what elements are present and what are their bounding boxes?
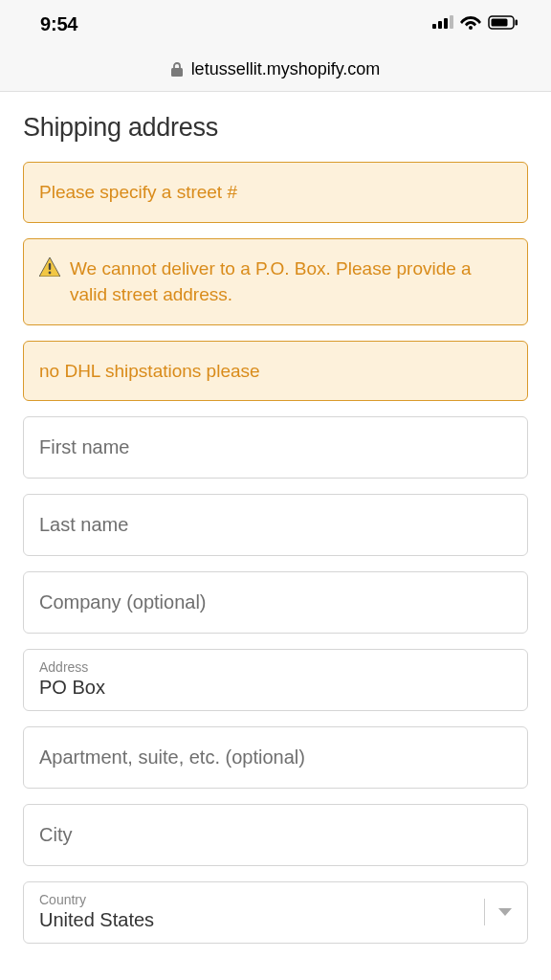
alert-text: no DHL shipstations please	[39, 361, 260, 381]
shipping-form: First name Last name Company (optional) …	[23, 416, 528, 944]
alert-dhl: no DHL shipstations please	[23, 341, 528, 402]
svg-rect-3	[450, 15, 453, 29]
country-select[interactable]: Country United States	[23, 881, 528, 944]
status-bar: 9:54	[0, 0, 551, 48]
input-placeholder: Company (optional)	[39, 591, 512, 613]
alert-text: We cannot deliver to a P.O. Box. Please …	[70, 256, 512, 308]
first-name-field[interactable]: First name	[23, 416, 528, 479]
browser-url: letussellit.myshopify.com	[191, 59, 381, 79]
company-field[interactable]: Company (optional)	[23, 571, 528, 634]
battery-icon	[488, 15, 518, 33]
warning-icon	[39, 257, 60, 284]
svg-rect-2	[444, 18, 448, 29]
input-value: United States	[39, 909, 484, 931]
status-time: 9:54	[40, 13, 77, 35]
input-placeholder: City	[39, 824, 512, 846]
svg-rect-0	[432, 24, 436, 29]
chevron-down-icon	[498, 908, 512, 916]
input-placeholder: Last name	[39, 514, 512, 536]
city-field[interactable]: City	[23, 804, 528, 866]
svg-rect-8	[171, 68, 183, 77]
status-icons	[432, 14, 518, 33]
address-field[interactable]: Address PO Box	[23, 649, 528, 711]
svg-rect-9	[49, 263, 51, 270]
input-placeholder: First name	[39, 436, 512, 458]
svg-rect-6	[492, 18, 508, 26]
alert-po-box: We cannot deliver to a P.O. Box. Please …	[23, 238, 528, 325]
svg-rect-1	[438, 21, 442, 29]
divider	[484, 899, 485, 925]
input-label: Address	[39, 659, 512, 675]
input-placeholder: Apartment, suite, etc. (optional)	[39, 746, 512, 768]
input-label: Country	[39, 892, 484, 907]
svg-point-4	[469, 26, 473, 30]
wifi-icon	[460, 14, 481, 33]
page-content: Shipping address Please specify a street…	[0, 92, 551, 944]
alert-street-number: Please specify a street #	[23, 162, 528, 223]
page-title: Shipping address	[23, 113, 528, 143]
svg-point-10	[49, 271, 52, 274]
browser-url-bar[interactable]: letussellit.myshopify.com	[0, 48, 551, 92]
svg-rect-7	[516, 19, 518, 25]
input-value: PO Box	[39, 677, 512, 699]
cellular-icon	[432, 15, 453, 33]
apartment-field[interactable]: Apartment, suite, etc. (optional)	[23, 726, 528, 789]
alert-text: Please specify a street #	[39, 182, 237, 202]
lock-icon	[171, 62, 183, 77]
last-name-field[interactable]: Last name	[23, 494, 528, 556]
